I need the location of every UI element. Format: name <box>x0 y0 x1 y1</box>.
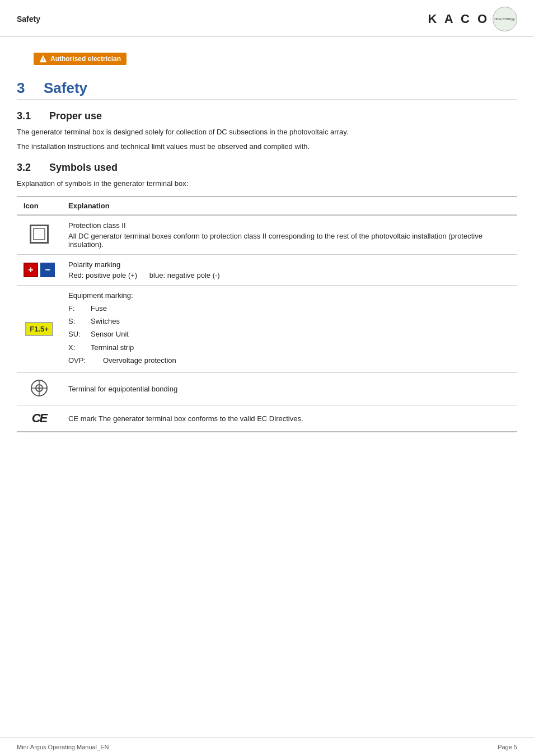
plus-icon: + <box>24 263 38 277</box>
explanation-cell-equipment: Equipment marking: F:Fuse S:Switches SU:… <box>62 285 517 373</box>
kaco-logo: K A C O new energy. <box>428 7 517 31</box>
table-row: + − Polarity marking Red: positive pole … <box>17 254 517 285</box>
explanation-title-polarity: Polarity marking <box>68 260 510 269</box>
table-row: + Terminal for equipotential bonding <box>17 373 517 405</box>
table-col-explanation: Explanation <box>62 197 517 215</box>
warning-triangle-icon: ! <box>39 55 47 63</box>
footer-left: Mini-Argus Operating Manual_EN <box>17 744 109 750</box>
equipment-item-ovp: OVP:Overvoltage protection <box>68 354 510 367</box>
section-3-heading: 3 Safety <box>17 80 517 100</box>
icon-cell-earth: + <box>17 373 62 405</box>
section-32-number: 3.2 <box>17 162 39 174</box>
section-32-title: Symbols used <box>49 162 118 174</box>
section-31-heading: 3.1 Proper use <box>17 110 517 122</box>
minus-icon: − <box>40 263 55 277</box>
svg-text:!: ! <box>43 57 44 62</box>
explanation-body-earth: Terminal for equipotential bonding <box>68 385 177 393</box>
fuse-icon: F1.5+ <box>25 322 53 336</box>
table-col-icon: Icon <box>17 197 62 215</box>
ce-mark-icon: CE <box>32 411 47 425</box>
footer-right: Page 5 <box>498 744 517 750</box>
equipment-item-x: X:Terminal strip <box>68 341 510 354</box>
earth-bonding-icon: + <box>30 379 49 398</box>
table-row: CE CE mark The generator terminal box co… <box>17 405 517 432</box>
page-header: Safety K A C O new energy. <box>0 0 534 37</box>
icon-cell-ce: CE <box>17 405 62 432</box>
table-row: F1.5+ Equipment marking: F:Fuse S:Switch… <box>17 285 517 373</box>
kaco-logo-text: K A C O <box>428 12 489 26</box>
section-32-intro: Explanation of symbols in the generator … <box>17 178 517 189</box>
section-31-number: 3.1 <box>17 110 39 122</box>
polarity-icon: + − <box>24 263 55 277</box>
svg-text:+: + <box>38 385 41 391</box>
kaco-logo-circle: new energy. <box>493 7 517 31</box>
equipment-item-s: S:Switches <box>68 315 510 328</box>
section-32-heading: 3.2 Symbols used <box>17 162 517 174</box>
kaco-logo-subtitle: new energy. <box>494 17 516 21</box>
table-row: Protection class II All DC generator ter… <box>17 215 517 255</box>
explanation-cell-polarity: Polarity marking Red: positive pole (+) … <box>62 254 517 285</box>
explanation-body-protection: All DC generator terminal boxes conform … <box>68 232 510 249</box>
icon-cell-polarity: + − <box>17 254 62 285</box>
section-3-number: 3 <box>17 80 34 97</box>
page-footer: Mini-Argus Operating Manual_EN Page 5 <box>0 738 534 756</box>
section-31-text1: The generator terminal box is designed s… <box>17 127 517 138</box>
main-content: 3 Safety 3.1 Proper use The generator te… <box>0 80 534 455</box>
icon-cell-protection <box>17 215 62 255</box>
explanation-cell-ce: CE mark The generator terminal box confo… <box>62 405 517 432</box>
equipment-list: F:Fuse S:Switches SU:Sensor Unit X:Termi… <box>68 302 510 367</box>
warning-badge-text: Authorised electrician <box>50 55 121 63</box>
symbols-table: Icon Explanation Protection class II All… <box>17 196 517 433</box>
explanation-cell-protection: Protection class II All DC generator ter… <box>62 215 517 255</box>
explanation-title-protection: Protection class II <box>68 221 510 230</box>
explanation-cell-earth: Terminal for equipotential bonding <box>62 373 517 405</box>
warning-badge: ! Authorised electrician <box>34 53 127 65</box>
section-31-text2: The installation instructions and techni… <box>17 141 517 152</box>
explanation-body-polarity: Red: positive pole (+) blue: negative po… <box>68 271 510 279</box>
equipment-item-su: SU:Sensor Unit <box>68 328 510 340</box>
explanation-title-equipment: Equipment marking: <box>68 291 510 300</box>
protection-class-icon <box>30 225 49 244</box>
section-3-title: Safety <box>44 80 87 97</box>
section-31-title: Proper use <box>49 110 102 122</box>
equipment-item-f: F:Fuse <box>68 302 510 315</box>
header-section-label: Safety <box>17 15 40 24</box>
icon-cell-fuse: F1.5+ <box>17 285 62 373</box>
explanation-body-ce: CE mark The generator terminal box confo… <box>68 414 303 423</box>
